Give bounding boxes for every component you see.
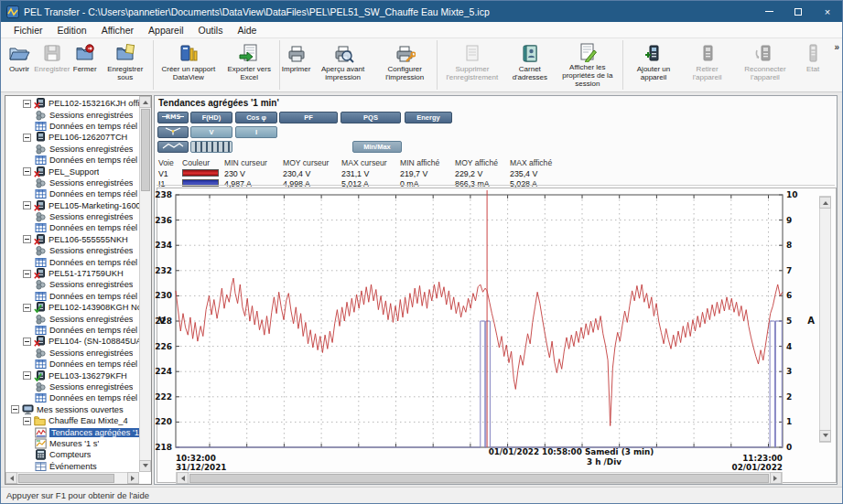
expand-toggle-icon[interactable] [23,417,31,425]
expand-toggle-icon[interactable] [23,134,31,142]
toolbar-session-properties-button[interactable]: Afficher les propriétés de la session [555,40,621,90]
menu-item-afficher[interactable]: Afficher [94,23,141,38]
view-button-energy[interactable]: Energy [405,112,452,123]
view-button-rms[interactable]: RMS [157,112,189,123]
tree-hscroll-thumb[interactable] [18,474,114,483]
tree-item-sessions-enregistrees[interactable]: Sessions enregistrées [5,381,139,392]
tree-item-donnees-en-temps-reel[interactable]: Données en temps réel [5,188,139,199]
expand-toggle-icon[interactable] [23,304,31,312]
tree-view-compteurs[interactable]: Compteurs [5,449,139,460]
tree-view-tendances-agregees-1-m[interactable]: Tendances agrégées '1 m [5,426,139,437]
view-button-pf[interactable]: PF [279,112,338,123]
scroll-left-icon[interactable] [5,472,17,484]
scroll-up-icon[interactable] [819,197,831,209]
tree-item-donnees-en-temps-reel[interactable]: Données en temps réel [5,392,139,403]
scroll-down-icon[interactable] [819,430,831,442]
realtime-data-icon [35,325,47,336]
view-button-trend-view[interactable] [157,141,189,153]
tree-item-sessions-enregistrees[interactable]: Sessions enregistrées [5,109,139,120]
tree-item-donnees-en-temps-reel[interactable]: Données en temps réel [5,256,139,267]
tree-device-pel106-126207tch[interactable]: PEL106-126207TCH [5,132,139,143]
toolbar-overflow-chevron[interactable]: » [834,42,839,52]
tree-device-pel102-153216kjh-office[interactable]: PEL102-153216KJH office [5,98,139,109]
x-axis-end-time: 11:23:00 [742,454,783,463]
close-file-icon [74,42,96,64]
menu-item-aide[interactable]: Aide [230,23,264,38]
tree-device-pel106-555555nkh[interactable]: PEL106-555555NKH [5,234,139,245]
view-button-i[interactable]: I [235,126,277,138]
tree-session-folder[interactable]: Chauffe Eau Mixte_4 [5,415,139,426]
expand-toggle-icon[interactable] [23,201,31,209]
toolbar-printer-button[interactable]: Imprimer [282,40,311,90]
expand-toggle-icon[interactable] [23,167,31,176]
view-button-pqs[interactable]: PQS [340,112,401,123]
toolbar-open-folder-button[interactable]: Ouvrir [5,40,34,90]
tree-view-mesures-1-s[interactable]: Mesures '1 s' [5,438,139,449]
tree-item-label: Données en temps réel [49,359,137,369]
tree-item-donnees-en-temps-reel[interactable]: Données en temps réel [5,291,139,302]
toolbar-export-excel-button[interactable]: Exporter vers Excel [222,40,277,90]
scroll-up-icon[interactable] [139,96,151,108]
tree-item-sessions-enregistrees[interactable]: Sessions enregistrées [5,211,139,222]
expand-toggle-icon[interactable] [11,405,19,413]
view-button-cos[interactable]: Cos φ [235,112,277,123]
chart-hscroll-thumb[interactable] [189,474,769,483]
menu-item-edition[interactable]: Edition [50,23,94,38]
toolbar-device-status-button: Etat [798,40,827,90]
tree-item-sessions-enregistrees[interactable]: Sessions enregistrées [5,144,139,155]
toolbar-save-as-button[interactable]: Enregistrer sous [100,40,151,90]
expand-toggle-icon[interactable] [23,338,31,346]
view-button-v[interactable]: V [190,126,232,138]
scroll-right-icon[interactable] [127,472,139,484]
view-button-min-max[interactable]: Min/Max [352,141,402,153]
expand-toggle-icon[interactable] [23,270,31,278]
view-button-f-hd[interactable]: F(HD) [190,112,232,123]
menu-item-appareil[interactable]: Appareil [141,23,191,38]
scroll-down-icon[interactable] [139,460,151,472]
tree-device-pel-support[interactable]: PEL_Support [5,166,139,177]
export-excel-icon [238,42,260,64]
scroll-right-icon[interactable] [770,472,782,484]
tree-device-pel103-136279kfh[interactable]: PEL103-136279KFH [5,370,139,381]
expand-toggle-icon[interactable] [23,371,31,380]
menu-item-fichier[interactable]: Fichier [6,23,50,38]
toolbar-address-book-button[interactable]: Carnet d'adresses [505,40,555,90]
tree-item-sessions-enregistrees[interactable]: Sessions enregistrées [5,279,139,290]
delete-recording-icon [461,42,483,64]
expand-toggle-icon[interactable] [23,235,31,243]
tree-item-donnees-en-temps-reel[interactable]: Données en temps réel [5,121,139,132]
tree-item-sessions-enregistrees[interactable]: Sessions enregistrées [5,348,139,359]
chart-vertical-scrollbar[interactable] [819,196,831,443]
menu-item-outils[interactable]: Outils [191,23,231,38]
tree-device-pel51-171759ukh[interactable]: PEL51-171759UKH [5,268,139,279]
tree-item-donnees-en-temps-reel[interactable]: Données en temps réel [5,325,139,336]
toolbar-print-preview-button[interactable]: Aperçu avant impression [311,40,375,90]
toolbar-print-setup-button[interactable]: Configurer l'impression [375,40,435,90]
tree-item-sessions-enregistrees[interactable]: Sessions enregistrées [5,245,139,256]
tree-device-pel104-sn-108845uah[interactable]: PEL104- (SN-108845UAH) [5,336,139,347]
tree-vertical-scrollbar[interactable] [139,96,151,472]
maximize-icon[interactable] [784,1,813,22]
close-icon[interactable]: × [813,1,842,22]
view-button-vector-diagram[interactable] [157,126,189,138]
tree-item-donnees-en-temps-reel[interactable]: Données en temps réel [5,155,139,166]
recorded-sessions-icon [35,144,47,155]
tree-item-sessions-enregistrees[interactable]: Sessions enregistrées [5,313,139,324]
minimize-icon[interactable] [754,1,784,22]
toolbar-report-dataview-button[interactable]: Créer un rapport DataView [156,40,222,90]
chart-horizontal-scrollbar[interactable] [176,472,783,484]
view-button-bar-histogram[interactable] [190,141,232,153]
tree-device-pel105-marketing-160002ng[interactable]: PEL105-Marketing-160002NG [5,200,139,211]
tree-horizontal-scrollbar[interactable] [5,472,139,484]
toolbar-close-file-button[interactable]: Fermer [70,40,100,90]
scroll-left-icon[interactable] [177,472,189,484]
tree-view-evenements[interactable]: Événements [5,461,139,472]
tree-item-donnees-en-temps-reel[interactable]: Données en temps réel [5,359,139,370]
expand-toggle-icon[interactable] [23,100,31,108]
toolbar-add-device-button[interactable]: Ajouter un appareil [625,40,682,90]
tree-device-pel102-143908kgh-normand[interactable]: PEL102-143908KGH Normand [5,302,139,313]
tree-item-sessions-enregistrees[interactable]: Sessions enregistrées [5,177,139,188]
tree-vscroll-thumb[interactable] [141,109,150,191]
tree-item-donnees-en-temps-reel[interactable]: Données en temps réel [5,222,139,233]
tree-sessions-root[interactable]: Mes sessions ouvertes [5,404,139,415]
